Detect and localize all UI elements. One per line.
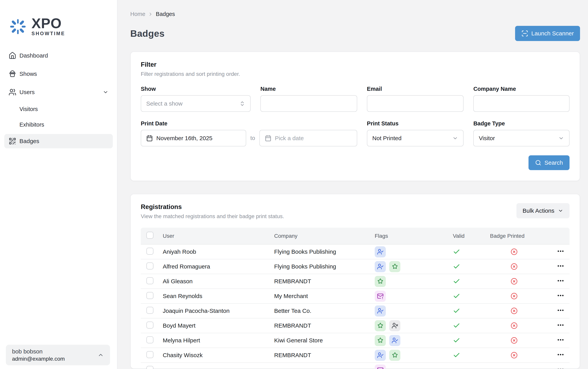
valid-check-icon <box>453 337 460 344</box>
row-actions-button[interactable] <box>557 306 565 314</box>
select-all-checkbox[interactable] <box>146 232 154 239</box>
breadcrumb: Home Badges <box>130 11 580 17</box>
launch-scanner-button[interactable]: Launch Scanner <box>515 26 580 41</box>
star-flag-icon <box>375 335 386 346</box>
row-menu-icon <box>557 366 565 369</box>
cell-user: Joaquin Pacocha-Stanton <box>163 308 274 314</box>
sidebar: XPO SHOWTIME Dashboard S <box>0 0 117 369</box>
brand-spinner-icon <box>9 18 26 35</box>
breadcrumb-home-link[interactable]: Home <box>130 11 145 17</box>
not-printed-icon <box>511 263 518 270</box>
row-actions-button[interactable] <box>557 292 565 299</box>
table-row: Boyd MayertREMBRANDT <box>141 318 569 333</box>
cell-valid <box>453 307 490 315</box>
chevron-down-icon <box>558 208 563 214</box>
sidebar-nav: Dashboard Shows <box>0 46 117 148</box>
print-status-select[interactable]: Not Printed <box>367 130 464 146</box>
cell-company: Flying Books Publishing <box>274 263 375 270</box>
row-actions-button[interactable] <box>557 366 565 369</box>
column-header-badge-printed: Badge Printed <box>490 233 557 239</box>
cell-badge-printed <box>490 322 557 329</box>
account-menu[interactable]: bob bobson admin@example.com <box>6 345 110 365</box>
cell-valid <box>453 351 490 359</box>
cell-badge-printed <box>490 293 557 300</box>
chevron-up-icon <box>98 352 104 358</box>
search-button[interactable]: Search <box>528 155 569 170</box>
not-printed-icon <box>511 293 518 300</box>
store-icon <box>9 70 16 78</box>
not-printed-icon <box>511 337 518 344</box>
not-printed-icon <box>511 322 518 329</box>
row-checkbox[interactable] <box>146 336 154 343</box>
row-checkbox[interactable] <box>146 322 154 328</box>
sidebar-item-visitors[interactable]: Visitors <box>4 101 113 117</box>
column-header-valid: Valid <box>453 233 490 239</box>
not-printed-icon <box>511 248 518 255</box>
breadcrumb-current: Badges <box>156 11 175 17</box>
badge-type-label: Badge Type <box>473 120 569 127</box>
cell-badge-printed <box>490 337 557 344</box>
home-icon <box>9 52 16 60</box>
cell-flags <box>375 365 453 369</box>
row-checkbox[interactable] <box>146 292 154 299</box>
registrations-subtitle: View the matched registrations and their… <box>141 213 284 219</box>
company-name-input[interactable] <box>479 100 564 107</box>
sidebar-item-exhibitors[interactable]: Exhibitors <box>4 117 113 133</box>
row-actions-button[interactable] <box>557 321 565 329</box>
row-checkbox[interactable] <box>146 248 154 255</box>
table-row: Sean ReynoldsMy Merchant <box>141 289 569 304</box>
calendar-icon <box>146 135 153 142</box>
launch-scanner-label: Launch Scanner <box>531 30 574 37</box>
cell-badge-printed <box>490 352 557 359</box>
print-status-label: Print Status <box>367 120 464 127</box>
account-email: admin@example.com <box>12 356 65 362</box>
bulk-actions-button[interactable]: Bulk Actions <box>516 203 569 218</box>
page-title: Badges <box>130 28 165 39</box>
cell-flags <box>375 350 453 361</box>
row-actions-button[interactable] <box>557 247 565 255</box>
filter-subtitle: Filter registrations and sort printing o… <box>141 71 569 77</box>
sidebar-item-shows[interactable]: Shows <box>4 65 113 83</box>
chevron-down-icon <box>452 135 458 141</box>
row-checkbox[interactable] <box>146 277 154 284</box>
print-date-label: Print Date <box>141 120 246 127</box>
cell-flags <box>375 335 453 346</box>
name-label: Name <box>260 86 357 92</box>
user-x-flag-icon <box>389 320 400 331</box>
row-actions-button[interactable] <box>557 351 565 359</box>
cell-company: My Merchant <box>274 293 375 299</box>
valid-check-icon <box>453 278 460 285</box>
cell-valid <box>453 322 490 329</box>
row-checkbox[interactable] <box>146 351 154 358</box>
show-select[interactable]: Select a show <box>141 95 251 112</box>
date-range-separator: to <box>246 130 259 146</box>
email-input[interactable] <box>372 100 458 107</box>
print-date-to-input[interactable]: Pick a date <box>259 130 357 146</box>
row-actions-button[interactable] <box>557 262 565 270</box>
row-checkbox[interactable] <box>146 366 154 369</box>
show-field: Show Select a show <box>141 86 251 112</box>
print-date-field: Print Date November 16th, 2025 to P <box>141 120 357 146</box>
star-flag-icon <box>375 320 386 331</box>
cell-user: Chasity Wisozk <box>163 352 274 359</box>
sidebar-item-dashboard[interactable]: Dashboard <box>4 46 113 65</box>
name-input[interactable] <box>266 100 352 107</box>
row-actions-button[interactable] <box>557 336 565 344</box>
cell-flags <box>375 291 453 302</box>
row-checkbox[interactable] <box>146 307 154 314</box>
print-date-from-value: November 16th, 2025 <box>156 135 213 142</box>
row-menu-icon <box>557 336 565 344</box>
sidebar-item-users[interactable]: Users <box>4 83 113 101</box>
row-menu-icon <box>557 262 565 270</box>
badge-type-select[interactable]: Visitor <box>473 130 569 146</box>
print-date-from-input[interactable]: November 16th, 2025 <box>141 130 246 146</box>
row-actions-button[interactable] <box>557 277 565 285</box>
row-menu-icon <box>557 306 565 314</box>
badge-type-value: Visitor <box>479 135 495 142</box>
row-checkbox[interactable] <box>146 262 154 269</box>
cell-badge-printed <box>490 278 557 285</box>
table-row: Aniyah RoobFlying Books Publishing <box>141 245 569 259</box>
sidebar-item-badges[interactable]: Badges <box>4 134 113 148</box>
cell-valid <box>453 337 490 344</box>
cell-company: REMBRANDT <box>274 278 375 285</box>
